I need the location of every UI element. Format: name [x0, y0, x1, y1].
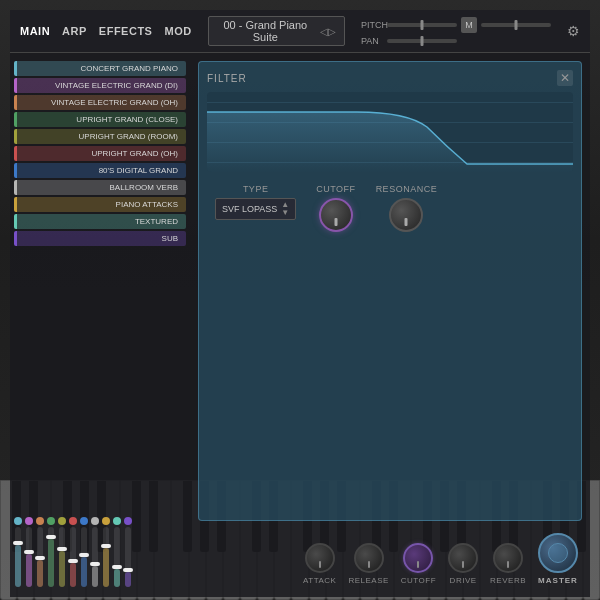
- tab-main[interactable]: MAIN: [20, 25, 50, 37]
- mixer-channel-9: [113, 517, 121, 587]
- filter-resonance-group: RESONANCE: [376, 184, 438, 232]
- mixer-dot-2[interactable]: [36, 517, 44, 525]
- mixer-dot-0[interactable]: [14, 517, 22, 525]
- mixer-channel-4: [58, 517, 66, 587]
- reverb-label: REVERB: [490, 576, 526, 585]
- attack-knob[interactable]: [305, 543, 335, 573]
- mixer-thumb-0[interactable]: [13, 541, 23, 545]
- transport-cutoff-knob[interactable]: [403, 543, 433, 573]
- mixer-dot-6[interactable]: [80, 517, 88, 525]
- instrument-item-concert[interactable]: CONCERT GRAND PIANO: [14, 61, 186, 76]
- instrument-item-vintage-di[interactable]: VINTAGE ELECTRIC GRAND (DI): [14, 78, 186, 93]
- mixer-thumb-8[interactable]: [101, 544, 111, 548]
- mixer-dot-9[interactable]: [113, 517, 121, 525]
- mixer-thumb-4[interactable]: [57, 547, 67, 551]
- mixer-channel-6: [80, 517, 88, 587]
- mixer-thumb-2[interactable]: [35, 556, 45, 560]
- filter-type-select[interactable]: SVF LOPASS ▲▼: [215, 198, 296, 220]
- pitch-slider[interactable]: [387, 23, 457, 27]
- mixer-thumb-3[interactable]: [46, 535, 56, 539]
- mixer-channel-7: [91, 517, 99, 587]
- pitch-slider-2[interactable]: [481, 23, 551, 27]
- preset-name-display: 00 - Grand Piano Suite ◁▷: [208, 16, 345, 46]
- settings-icon[interactable]: ⚙: [567, 23, 580, 39]
- content-area: CONCERT GRAND PIANOVINTAGE ELECTRIC GRAN…: [10, 53, 590, 597]
- drive-knob-group: DRIVE: [448, 543, 478, 585]
- mixer-thumb-1[interactable]: [24, 550, 34, 554]
- mixer-dot-3[interactable]: [47, 517, 55, 525]
- preset-nav-arrows[interactable]: ◁▷: [320, 26, 336, 37]
- master-label: MASTER: [538, 576, 578, 585]
- bottom-controls: ATTACK RELEASE CUTOFF: [198, 529, 582, 589]
- mixer-channel-5: [69, 517, 77, 587]
- attack-knob-group: ATTACK: [303, 543, 336, 585]
- m-button[interactable]: M: [461, 17, 477, 33]
- mixer-thumb-6[interactable]: [79, 553, 89, 557]
- type-arrows: ▲▼: [281, 201, 289, 217]
- instrument-label-vintage-oh: VINTAGE ELECTRIC GRAND (OH): [47, 97, 182, 108]
- mixer-track-4: [59, 527, 65, 587]
- instrument-label-close: UPRIGHT GRAND (CLOSE): [72, 114, 182, 125]
- instrument-item-attacks[interactable]: PIANO ATTACKS: [14, 197, 186, 212]
- mixer-track-1: [26, 527, 32, 587]
- filter-cutoff-knob[interactable]: [319, 198, 353, 232]
- instrument-item-room[interactable]: UPRIGHT GRAND (ROOM): [14, 129, 186, 144]
- mixer-dot-8[interactable]: [102, 517, 110, 525]
- mixer-channel-10: [124, 517, 132, 587]
- mixer-dot-4[interactable]: [58, 517, 66, 525]
- instrument-item-vintage-oh[interactable]: VINTAGE ELECTRIC GRAND (OH): [14, 95, 186, 110]
- instrument-label-sub: SUB: [158, 233, 182, 244]
- mixer-thumb-7[interactable]: [90, 562, 100, 566]
- mixer-channel-3: [47, 517, 55, 587]
- tab-arp[interactable]: ARP: [62, 25, 87, 37]
- mixer-track-5: [70, 527, 76, 587]
- filter-header: FILTER ✕: [207, 70, 573, 86]
- nav-bar: MAIN ARP EFFECTS MOD 00 - Grand Piano Su…: [10, 10, 590, 53]
- mixer-dot-7[interactable]: [91, 517, 99, 525]
- attack-label: ATTACK: [303, 576, 336, 585]
- instrument-item-ballroom[interactable]: BALLROOM VERB: [14, 180, 186, 195]
- instrument-item-digital[interactable]: 80'S DIGITAL GRAND: [14, 163, 186, 178]
- instrument-item-close[interactable]: UPRIGHT GRAND (CLOSE): [14, 112, 186, 127]
- mixer-dot-1[interactable]: [25, 517, 33, 525]
- filter-display: [207, 92, 573, 172]
- mixer-track-7: [92, 527, 98, 587]
- instrument-label-digital: 80'S DIGITAL GRAND: [95, 165, 182, 176]
- tab-effects[interactable]: EFFECTS: [99, 25, 153, 37]
- instrument-item-textured[interactable]: TEXTURED: [14, 214, 186, 229]
- pan-slider[interactable]: [387, 39, 457, 43]
- instrument-label-oh: UPRIGHT GRAND (OH): [87, 148, 182, 159]
- instrument-item-sub[interactable]: SUB: [14, 231, 186, 246]
- filter-panel: FILTER ✕: [198, 61, 582, 521]
- master-button[interactable]: MASTER: [538, 533, 578, 585]
- instrument-label-attacks: PIANO ATTACKS: [112, 199, 182, 210]
- filter-resonance-knob[interactable]: [389, 198, 423, 232]
- nav-tabs: MAIN ARP EFFECTS MOD: [20, 25, 192, 37]
- mixer-thumb-10[interactable]: [123, 568, 133, 572]
- mixer-dot-5[interactable]: [69, 517, 77, 525]
- release-knob[interactable]: [354, 543, 384, 573]
- tab-mod[interactable]: MOD: [164, 25, 191, 37]
- mixer-track-3: [48, 527, 54, 587]
- transport-cutoff-knob-group: CUTOFF: [401, 543, 436, 585]
- reverb-knob[interactable]: [493, 543, 523, 573]
- instrument-label-textured: TEXTURED: [131, 216, 182, 227]
- mixer-thumb-9[interactable]: [112, 565, 122, 569]
- mixer-thumb-5[interactable]: [68, 559, 78, 563]
- drive-knob[interactable]: [448, 543, 478, 573]
- mixer-dot-10[interactable]: [124, 517, 132, 525]
- mixer-track-0: [15, 527, 21, 587]
- mixer-area: [14, 517, 132, 587]
- mixer-channel-0: [14, 517, 22, 587]
- instrument-label-room: UPRIGHT GRAND (ROOM): [75, 131, 182, 142]
- mixer-channel-2: [36, 517, 44, 587]
- filter-cutoff-group: CUTOFF: [316, 184, 355, 232]
- pitch-label: PITCH: [361, 20, 383, 30]
- filter-type-group: TYPE SVF LOPASS ▲▼: [215, 184, 296, 220]
- instrument-item-oh[interactable]: UPRIGHT GRAND (OH): [14, 146, 186, 161]
- instrument-list: CONCERT GRAND PIANOVINTAGE ELECTRIC GRAN…: [10, 53, 190, 597]
- mixer-track-6: [81, 527, 87, 587]
- master-icon: [538, 533, 578, 573]
- filter-close-button[interactable]: ✕: [557, 70, 573, 86]
- release-knob-group: RELEASE: [348, 543, 388, 585]
